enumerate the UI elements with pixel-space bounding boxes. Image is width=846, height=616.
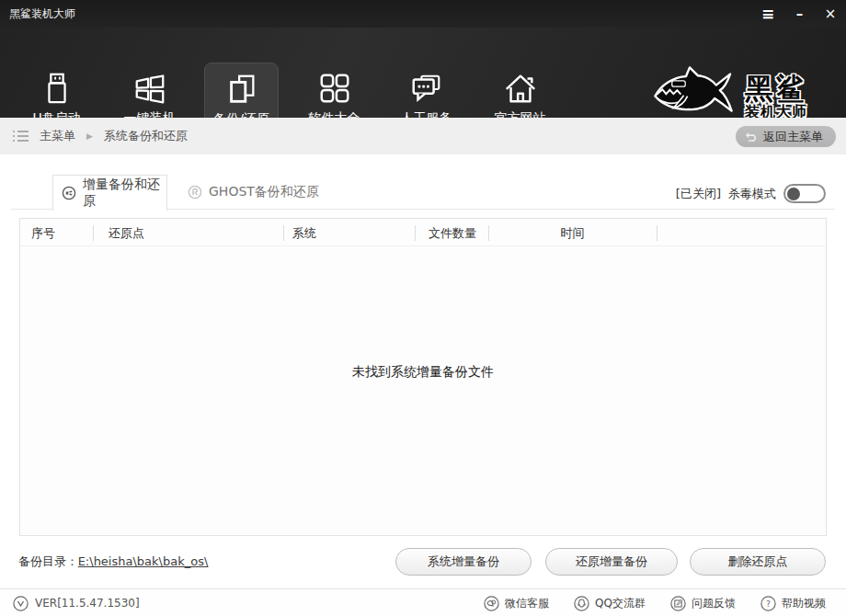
- main-nav: U盘启动 一键装机 备份/还原: [0, 28, 846, 118]
- help-icon: ?: [760, 596, 776, 611]
- minimize-button[interactable]: –: [791, 7, 807, 21]
- restore-points-table: 序号 还原点 系统 文件数量 时间 未找到系统增量备份文件: [19, 218, 827, 536]
- ghost-tab-icon: [188, 185, 202, 200]
- one-click-install-icon: [131, 69, 169, 108]
- usb-boot-icon: [38, 69, 76, 108]
- backup-restore-icon: [223, 70, 261, 108]
- customer-service-icon: [407, 69, 446, 108]
- back-button-label: 返回主菜单: [763, 129, 823, 145]
- column-header-restore-point: 还原点: [109, 225, 144, 242]
- breadcrumb-current: 系统备份和还原: [104, 128, 188, 144]
- breadcrumb-arrow-icon: ▶: [86, 131, 93, 141]
- titlebar: 黑鲨装机大师 ≡ – ×: [0, 0, 846, 28]
- tab-label: GHOST备份和还原: [209, 184, 319, 200]
- breadcrumb-bar: 主菜单 ▶ 系统备份和还原 返回主菜单: [0, 118, 846, 154]
- antivirus-toggle[interactable]: [783, 184, 826, 203]
- column-separator: [283, 225, 284, 241]
- menu-icon[interactable]: ≡: [760, 6, 776, 22]
- brand-wordmark: 黑鲨 装机大师: [745, 73, 807, 120]
- tab-ghost-backup[interactable]: GHOST备份和还原: [180, 175, 319, 210]
- window-controls: ≡ – ×: [760, 0, 839, 28]
- backup-directory-row: 备份目录 : E:\heisha\bak\bak_os\: [18, 553, 208, 570]
- antivirus-status: [已关闭]: [676, 186, 721, 202]
- incremental-tab-icon: [62, 186, 76, 200]
- help-video-link[interactable]: ? 帮助视频: [760, 596, 826, 611]
- brand-line1: 黑鲨: [745, 73, 807, 104]
- version-area: VER[11.5.47.1530]: [13, 589, 140, 616]
- software-collection-icon: [315, 69, 354, 108]
- tab-label: 增量备份和还原: [83, 177, 166, 210]
- status-bar: VER[11.5.47.1530] 微信客服: [0, 588, 846, 616]
- backup-directory-link[interactable]: E:\heisha\bak\bak_os\: [78, 554, 209, 568]
- feedback-link[interactable]: 问题反馈: [670, 596, 736, 611]
- back-arrow-icon: [743, 130, 757, 143]
- feedback-icon: [670, 596, 686, 611]
- version-text: VER[11.5.47.1530]: [35, 597, 140, 610]
- menu-list-icon: [13, 130, 29, 143]
- toggle-knob: [787, 188, 800, 200]
- qq-icon: [574, 596, 589, 611]
- tab-incremental-backup[interactable]: 增量备份和还原: [52, 175, 167, 211]
- backup-directory-label: 备份目录 :: [18, 554, 74, 568]
- back-to-main-menu-button[interactable]: 返回主菜单: [736, 126, 836, 147]
- table-header: 序号 还原点 系统 文件数量 时间: [20, 219, 826, 246]
- column-header-system: 系统: [292, 225, 316, 242]
- column-separator: [415, 225, 416, 241]
- official-website-icon: [501, 69, 540, 108]
- column-header-time: 时间: [488, 225, 657, 242]
- antivirus-mode-area: [已关闭] 杀毒模式: [676, 184, 826, 203]
- column-separator: [93, 225, 94, 241]
- qq-group-link[interactable]: QQ交流群: [574, 596, 646, 611]
- empty-state-message: 未找到系统增量备份文件: [20, 364, 826, 381]
- breadcrumb-root[interactable]: 主菜单: [40, 128, 75, 144]
- antivirus-label: 杀毒模式: [728, 186, 776, 202]
- column-header-index: 序号: [31, 225, 55, 242]
- close-button[interactable]: ×: [822, 7, 839, 21]
- delete-restore-point-button[interactable]: 删除还原点: [690, 548, 826, 576]
- incremental-backup-button[interactable]: 系统增量备份: [395, 548, 532, 576]
- column-header-file-count: 文件数量: [429, 225, 476, 242]
- version-icon: [13, 596, 29, 611]
- column-separator: [657, 225, 657, 241]
- app-window: 黑鲨装机大师 ≡ – × U盘启动: [0, 0, 846, 616]
- restore-incremental-button[interactable]: 还原增量备份: [545, 548, 678, 576]
- window-title: 黑鲨装机大师: [9, 6, 75, 22]
- wechat-support-link[interactable]: 微信客服: [484, 596, 549, 611]
- status-links: 微信客服 QQ交流群: [484, 589, 826, 616]
- wechat-icon: [484, 596, 499, 611]
- svg-text:?: ?: [766, 599, 771, 609]
